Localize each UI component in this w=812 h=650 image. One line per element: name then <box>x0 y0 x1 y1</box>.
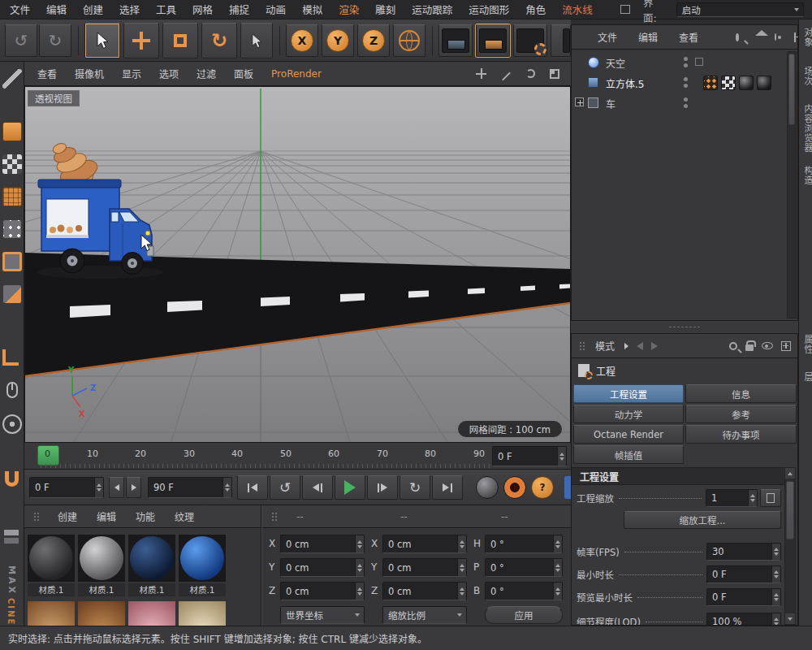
menu-tools[interactable]: 工具 <box>154 2 178 17</box>
scale-project-button[interactable]: 缩放工程... <box>624 511 781 529</box>
menu-file[interactable]: 文件 <box>8 2 32 17</box>
menu-pipeline[interactable]: 流水线 <box>560 2 594 17</box>
render-settings-button[interactable] <box>513 24 547 57</box>
menu-animate[interactable]: 动画 <box>264 2 287 17</box>
rot-b-field[interactable]: 0 ° <box>485 582 563 600</box>
pos-z-field[interactable]: 0 cm <box>280 582 365 600</box>
coord-system-select[interactable]: 世界坐标 <box>280 606 365 624</box>
object-toggles[interactable] <box>684 98 688 108</box>
play-forward-button[interactable]: ↻ <box>400 475 430 500</box>
attr-object-row[interactable]: 工程 <box>572 360 786 381</box>
ommenu-file[interactable]: 文件 <box>596 30 619 44</box>
material-label[interactable]: 材质.1 <box>78 583 125 596</box>
material-thumb[interactable] <box>179 601 226 626</box>
x-axis-lock-button[interactable]: X <box>286 24 318 57</box>
material-thumb[interactable] <box>28 535 75 582</box>
menu-character[interactable]: 角色 <box>524 2 547 17</box>
target-icon[interactable] <box>762 342 773 349</box>
autokey-record-button[interactable] <box>503 476 526 499</box>
material-label[interactable]: 材质.1 <box>179 583 226 596</box>
vpmenu-camera[interactable]: 摄像机 <box>73 67 106 80</box>
texture-mode-icon[interactable] <box>2 154 22 174</box>
keyframe-sphere-button[interactable] <box>476 476 499 499</box>
layout-switch-icon[interactable] <box>620 5 630 14</box>
panel-grip-icon[interactable] <box>578 340 585 352</box>
scale-mode-select[interactable]: 缩放比例 <box>382 606 467 624</box>
fps-field[interactable]: 30 <box>706 543 781 561</box>
undo-button[interactable]: ↺ <box>5 24 37 57</box>
menu-sculpt[interactable]: 雕刻 <box>374 2 397 17</box>
vpmenu-filter[interactable]: 过滤 <box>195 67 218 80</box>
min-time-field[interactable]: 0 F <box>706 566 781 583</box>
move-tool-button[interactable] <box>123 23 159 58</box>
viewport[interactable]: Y Z X 透视视图 网格间距 : 100 cm <box>24 86 571 443</box>
viewport-zoom-icon[interactable] <box>502 72 511 80</box>
matmenu-function[interactable]: 功能 <box>134 509 157 523</box>
solo-mode-icon[interactable] <box>2 414 22 434</box>
tab-todo[interactable]: 待办事项 <box>685 425 797 444</box>
timeline-frame-field[interactable]: 0 F <box>492 446 567 466</box>
tab-octane-render[interactable]: Octane Render <box>573 425 684 444</box>
play-button[interactable] <box>335 475 365 500</box>
object-name[interactable]: 天空 <box>606 56 625 70</box>
material-tag-sphere[interactable] <box>739 76 754 90</box>
lod-field[interactable]: 100 % <box>706 613 781 626</box>
tab-project-settings[interactable]: 工程设置 <box>573 384 684 403</box>
stepper[interactable] <box>222 478 231 497</box>
attribute-scrollbar[interactable] <box>784 467 796 625</box>
material-label[interactable]: 材质.1 <box>28 583 75 596</box>
dock-tab-attributes[interactable]: 属性 <box>801 335 812 354</box>
scrollbar-thumb[interactable] <box>788 54 795 125</box>
y-axis-lock-button[interactable]: Y <box>322 24 354 57</box>
viewport-rotate-icon[interactable] <box>526 69 535 78</box>
viewport-pan-icon[interactable] <box>476 68 486 79</box>
history-back-icon[interactable] <box>637 342 643 350</box>
project-scale-field[interactable]: 1 <box>706 489 758 507</box>
frame-prev-button[interactable] <box>109 477 124 498</box>
object-toggles[interactable] <box>684 77 688 88</box>
pos-y-field[interactable]: 0 cm <box>280 558 365 577</box>
material-thumb[interactable] <box>28 601 75 626</box>
snap-magnet-icon[interactable] <box>5 471 19 487</box>
menu-create[interactable]: 创建 <box>81 2 105 17</box>
object-manager-scrollbar[interactable] <box>787 51 797 318</box>
dock-tab-content-browser[interactable]: 内容浏览器 <box>801 104 812 153</box>
object-toggles[interactable] <box>684 57 688 67</box>
history-forward-icon[interactable] <box>651 342 658 350</box>
points-mode-icon[interactable] <box>2 219 22 239</box>
last-tool-button[interactable] <box>240 23 273 58</box>
material-thumb[interactable] <box>128 601 175 626</box>
rot-h-field[interactable]: 0 ° <box>485 535 563 553</box>
menu-motion-tracker[interactable]: 运动跟踪 <box>410 2 454 17</box>
frame-next-button[interactable] <box>126 477 141 498</box>
attr-mode-menu[interactable]: 模式 <box>594 339 616 353</box>
scroll-down-arrow[interactable] <box>785 613 795 624</box>
edges-mode-icon[interactable] <box>2 252 22 271</box>
object-row-car[interactable]: 车 <box>572 93 786 113</box>
vpmenu-prorender[interactable]: ProRender <box>270 68 323 80</box>
stepper[interactable] <box>94 478 103 497</box>
object-row-sky[interactable]: 天空 <box>572 53 786 72</box>
add-icon[interactable] <box>794 32 796 42</box>
tab-info[interactable]: 信息 <box>685 384 797 403</box>
object-name[interactable]: 车 <box>606 97 615 110</box>
viewport-maximize-icon[interactable] <box>550 69 559 79</box>
pos-x-field[interactable]: 0 cm <box>280 535 365 553</box>
next-key-button[interactable] <box>367 475 398 500</box>
model-mode-icon[interactable] <box>2 122 22 141</box>
menu-render[interactable]: 渲染 <box>337 2 361 17</box>
size-x-field[interactable]: 0 cm <box>382 535 467 553</box>
view-label[interactable]: 透视视图 <box>28 90 80 106</box>
expand-icon[interactable] <box>575 98 584 106</box>
rotate-tool-button[interactable]: ↻ <box>201 23 237 58</box>
add-icon[interactable] <box>781 341 791 351</box>
live-selection-button[interactable] <box>84 23 120 58</box>
menu-snap[interactable]: 捕捉 <box>227 2 251 17</box>
matmenu-texture[interactable]: 纹理 <box>173 509 196 523</box>
size-y-field[interactable]: 0 cm <box>382 558 467 577</box>
dock-tab-takes[interactable]: 场次 <box>801 67 812 86</box>
make-editable-icon[interactable] <box>2 69 22 89</box>
menu-select[interactable]: 选择 <box>118 2 141 17</box>
polygons-mode-icon[interactable] <box>2 284 22 304</box>
matmenu-edit[interactable]: 编辑 <box>95 509 118 523</box>
